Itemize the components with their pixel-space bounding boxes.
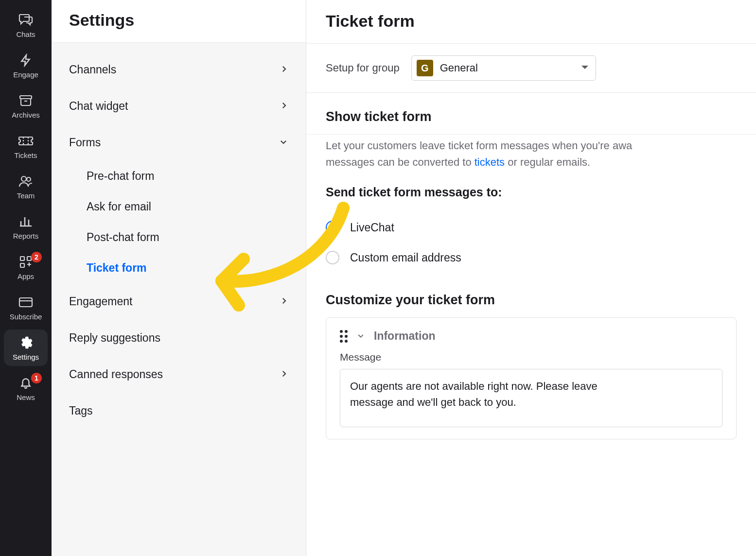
menu-forms[interactable]: Forms [52,124,306,161]
tickets-link[interactable]: tickets [475,156,505,168]
send-to-heading: Send ticket form messages to: [326,185,737,199]
ticket-icon [18,134,34,148]
radio-label: Custom email address [350,251,461,264]
svg-rect-0 [20,96,32,99]
nav-tickets[interactable]: Tickets [4,128,48,164]
card-title: Information [374,330,436,343]
nav-label: Team [17,191,35,200]
gear-icon [18,335,34,350]
menu-label: Forms [69,136,101,149]
nav-label: Settings [13,353,39,361]
nav-label: Tickets [15,151,37,159]
menu-reply-suggestions[interactable]: Reply suggestions [52,320,306,356]
menu-label: Tags [69,404,93,417]
nav-label: Chats [16,30,35,38]
left-nav: Chats Engage Archives Tickets Team [0,0,52,556]
group-selector-row: Setup for group G General [306,44,756,93]
nav-label: News [17,393,35,401]
archive-icon [18,93,34,108]
radio-icon [326,251,339,264]
message-label: Message [340,351,722,363]
show-ticket-section: Show ticket form [306,93,756,134]
forms-submenu: Pre-chat form Ask for email Post-chat fo… [52,161,306,283]
main-header: Ticket form [306,0,756,44]
svg-rect-3 [20,257,24,261]
nav-engage[interactable]: Engage [4,47,48,84]
submenu-pre-chat[interactable]: Pre-chat form [69,161,306,191]
drag-handle-icon[interactable] [340,330,348,343]
svg-rect-4 [27,257,31,261]
settings-menu: Channels Chat widget Forms Pre-chat form [52,43,306,438]
radio-label: LiveChat [350,221,394,234]
group-select[interactable]: G General [411,55,596,81]
sidebar-header: Settings [52,0,306,43]
menu-label: Channels [69,63,116,76]
group-chip: G [417,60,433,76]
svg-rect-5 [20,263,24,267]
menu-channels[interactable]: Channels [52,52,306,88]
card-icon [18,295,34,310]
message-textarea[interactable]: Our agents are not available right now. … [340,369,722,427]
chevron-right-icon [280,63,288,76]
customize-heading: Customize your ticket form [326,293,737,308]
chevron-down-icon [279,136,288,149]
svg-point-2 [27,177,31,181]
group-label: Setup for group [326,62,400,74]
bar-chart-icon [18,214,34,229]
message-value: Our agents are not available right now. … [350,380,598,408]
chevron-right-icon [280,295,288,308]
menu-label: Reply suggestions [69,331,160,345]
nav-label: Archives [12,111,40,119]
nav-settings[interactable]: Settings [4,330,48,366]
apps-badge: 2 [31,252,42,262]
nav-team[interactable]: Team [4,168,48,205]
nav-label: Engage [13,70,38,79]
radio-icon [326,221,339,234]
show-ticket-heading: Show ticket form [326,109,737,124]
chevron-right-icon [280,368,288,381]
submenu-post-chat[interactable]: Post-chat form [69,222,306,253]
information-card: Information Message Our agents are not a… [326,317,737,439]
send-to-section: Send ticket form messages to: [306,185,756,216]
nav-label: Reports [13,232,39,240]
nav-news[interactable]: 1 News [4,370,48,406]
svg-rect-6 [19,298,32,307]
submenu-ticket-form[interactable]: Ticket form [69,253,306,283]
chevron-down-icon [355,330,366,343]
caret-down-icon [581,64,589,72]
sidebar-title: Settings [69,11,288,30]
group-name: General [440,62,574,74]
radio-custom-email[interactable]: Custom email address [306,246,756,276]
menu-label: Canned responses [69,368,163,381]
page-title: Ticket form [326,12,737,31]
desc-text: Let your customers leave ticket form mes… [326,139,632,152]
chat-icon [18,13,34,27]
desc-text: or regular emails. [505,156,590,168]
menu-label: Chat widget [69,100,128,113]
nav-reports[interactable]: Reports [4,208,48,245]
settings-sidebar: Settings Channels Chat widget Forms [52,0,306,556]
menu-label: Engagement [69,295,132,308]
nav-chats[interactable]: Chats [4,7,48,43]
bolt-icon [18,53,34,68]
menu-canned-responses[interactable]: Canned responses [52,356,306,393]
nav-archives[interactable]: Archives [4,87,48,124]
menu-tags[interactable]: Tags [52,393,306,429]
nav-label: Apps [18,272,34,280]
chevron-right-icon [280,100,288,113]
radio-livechat[interactable]: LiveChat [306,216,756,246]
menu-chat-widget[interactable]: Chat widget [52,88,306,124]
nav-label: Subscribe [10,313,42,321]
svg-point-1 [21,176,26,181]
card-head[interactable]: Information [340,330,722,343]
team-icon [18,174,34,189]
main-panel: Ticket form Setup for group G General Sh… [306,0,756,556]
submenu-ask-email[interactable]: Ask for email [69,191,306,222]
desc-text: messages can be converted to [326,156,475,168]
news-badge: 1 [31,373,42,383]
show-ticket-description: Let your customers leave ticket form mes… [306,135,756,185]
nav-apps[interactable]: 2 Apps [4,249,48,285]
nav-subscribe[interactable]: Subscribe [4,289,48,326]
customize-section: Customize your ticket form [306,276,756,317]
menu-engagement[interactable]: Engagement [52,283,306,320]
